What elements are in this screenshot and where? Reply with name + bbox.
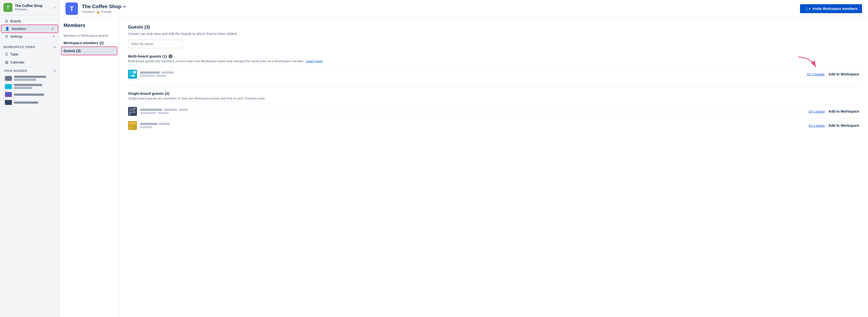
sidebar-workspace-plan: Premium [15,8,51,11]
single-board-guests-title: Single-board guests (2) [128,91,859,95]
table-icon: ☰ [5,52,8,57]
settings-icon: ⚙ [5,34,8,39]
single-board-member-row-1: On 1 board Add to Workspace [128,104,859,118]
board-swatch-4 [5,100,12,105]
multi-board-member-row-1: On 2 boards Add to Workspace [128,67,859,81]
member-handle-placeholder-3 [159,123,170,125]
sidebar-board-item-4[interactable] [1,99,58,106]
filter-by-name-input[interactable] [128,40,183,48]
workspace-views-add-button[interactable]: + [54,45,56,50]
board-swatch-1 [5,76,12,81]
member-email-placeholder-2b [158,112,169,114]
on-boards-link-2[interactable]: On 1 board [808,109,825,113]
workspace-views-label: Workspace views [3,45,52,49]
member-email-placeholder-3 [140,126,152,128]
workspace-logo: T [65,2,78,15]
workspace-members-nav-item[interactable]: Workspace members (2) [60,39,119,47]
member-extra-placeholder-2 [179,109,188,111]
add-to-workspace-button-3[interactable]: Add to Workspace [829,124,859,127]
member-info-1 [140,71,804,77]
multi-board-member-row-container: On 2 boards Add to Workspace [128,67,859,81]
lock-icon: 🔒 [96,10,100,13]
member-actions-2: On 1 board Add to Workspace [808,109,859,113]
sidebar-workspace-info: The Coffee Shop Premium [15,4,51,11]
member-email-placeholder-1 [140,75,155,77]
svg-rect-12 [129,127,132,129]
on-boards-link-3[interactable]: On 1 board [808,124,825,127]
on-boards-link-1[interactable]: On 2 boards [807,72,825,76]
your-boards-add-button[interactable]: + [54,69,56,73]
member-avatar-1 [128,70,137,78]
sidebar-header: T The Coffee Shop Premium ‹ [0,0,59,15]
member-info-3 [140,123,805,128]
member-handle-placeholder-1 [161,71,174,74]
members-add-button[interactable]: + [51,27,54,31]
your-boards-label: Your boards [3,69,52,73]
edit-workspace-name-icon[interactable]: ✏ [123,5,126,9]
sidebar-settings-label: Settings [10,34,51,38]
sidebar-board-item-1[interactable] [1,74,58,82]
sidebar-calendar-label: Calendar [10,60,54,64]
member-handle-placeholder-2 [164,109,178,111]
top-bar: T The Coffee Shop ✏ Premium 🔒 Private 👤+… [60,0,868,18]
workspace-plan-badge: Premium [82,10,95,13]
workspace-display-name: The Coffee Shop [82,4,121,9]
sidebar-item-boards[interactable]: ⊞ Boards [1,18,58,25]
sidebar-item-table[interactable]: ☰ Table [1,51,58,58]
avatar-graphic-3 [128,121,137,130]
single-board-description: Single-board guests are members of only … [128,96,859,100]
members-sidebar: Members Members of Workspace boards Work… [60,18,119,317]
add-to-workspace-button-2[interactable]: Add to Workspace [829,109,859,113]
avatar-graphic-1 [128,70,137,78]
sidebar-board-item-2[interactable] [1,83,58,90]
svg-rect-2 [133,71,136,74]
boards-icon: ⊞ [5,19,8,23]
invite-workspace-members-button[interactable]: 👤+ Invite Workspace members [800,4,862,13]
svg-rect-5 [129,108,132,111]
svg-rect-1 [129,71,132,74]
svg-rect-7 [129,112,130,115]
add-to-workspace-button-1[interactable]: Add to Workspace [829,72,859,76]
workspace-views-section: Workspace views + [0,42,59,50]
board-swatch-3 [5,92,12,97]
members-icon: 👤 [5,27,10,31]
member-name-placeholder-3 [140,123,157,125]
sidebar-workspace-name: The Coffee Shop [15,4,51,8]
members-of-workspace-boards-link[interactable]: Members of Workspace boards [60,32,119,39]
guests-description: Guests can only view and edit the boards… [128,32,859,36]
svg-rect-6 [133,108,136,109]
members-section-title: Members [60,23,119,32]
workspace-meta: Premium 🔒 Private [82,10,796,13]
invite-icon: 👤+ [804,7,811,11]
member-extra-placeholder-1 [156,75,166,77]
your-boards-section: Your boards + [0,66,59,74]
sidebar-collapse-button[interactable]: ‹ [54,5,56,10]
avatar-graphic-2 [128,107,137,116]
calendar-icon: ▦ [5,60,8,64]
member-actions-1: On 2 boards Add to Workspace [807,72,859,76]
sidebar-workspace-avatar: T [3,3,12,12]
sidebar-item-members[interactable]: 👤 Members + [1,25,58,32]
sidebar-item-calendar[interactable]: ▦ Calendar [1,59,58,66]
multi-board-description: Multi-board guests are members of more t… [128,59,859,63]
single-board-member-row-2: On 1 board Add to Workspace [128,118,859,132]
svg-rect-10 [129,122,136,125]
board-swatch-2 [5,84,12,89]
member-actions-3: On 1 board Add to Workspace [808,124,859,127]
member-email-placeholder-2a [140,112,156,114]
learn-more-link[interactable]: Learn more [306,59,322,63]
multi-board-guests-title: Multi-board guests (1) i [128,54,859,58]
member-info-2 [140,109,805,114]
sidebar-item-settings[interactable]: ⚙ Settings ▾ [1,33,58,40]
multi-board-info-icon[interactable]: i [168,54,173,58]
members-main-content: Guests (3) Guests can only view and edit… [119,18,868,317]
guests-section-title: Guests (3) [128,25,859,30]
sidebar-nav: ⊞ Boards 👤 Members + ⚙ Settings ▾ [0,15,59,42]
svg-rect-8 [131,112,136,113]
member-name-placeholder-2 [140,109,162,111]
svg-rect-9 [133,109,135,111]
sidebar-board-item-3[interactable] [1,91,58,98]
guests-nav-item[interactable]: Guests (3) [62,47,117,55]
member-avatar-2 [128,107,137,116]
sidebar: T The Coffee Shop Premium ‹ ⊞ Boards 👤 M… [0,0,60,317]
